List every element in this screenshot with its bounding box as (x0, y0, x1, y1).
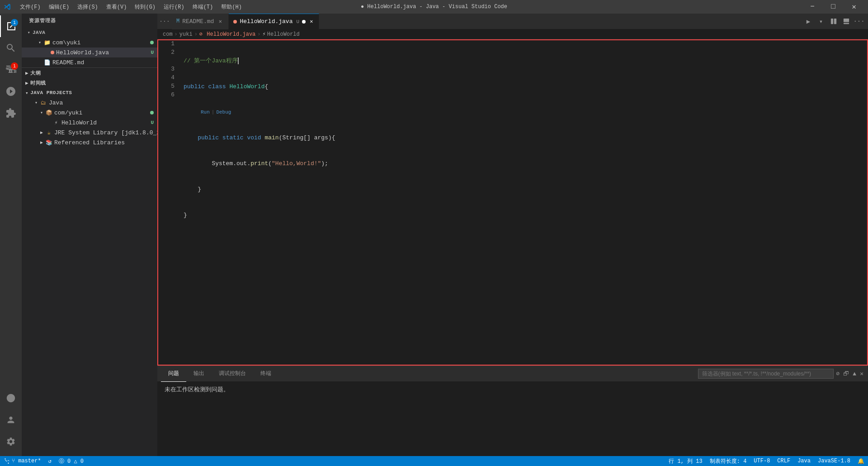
breadcrumb-class[interactable]: ⚡ HelloWorld (263, 31, 300, 38)
sidebar-item-readme[interactable]: 📄 README.md (22, 57, 157, 67)
panel-tab-debug-console[interactable]: 调试控制台 (212, 366, 253, 382)
timeline-section[interactable]: ▶ 时间线 (22, 78, 157, 88)
helloworld-tab-close[interactable]: ✕ (308, 18, 314, 25)
java-version-status[interactable]: JavaSE-1.8 (814, 456, 854, 466)
breadcrumb-yuki[interactable]: yuki (179, 31, 193, 38)
tab-modifier-indicator: U (296, 19, 299, 24)
run-dropdown[interactable]: ▾ (816, 16, 826, 27)
code-line-4: System.out.print("Hello,World!"); (184, 159, 868, 168)
class-icon: ⚡ (52, 119, 60, 126)
jre-icon: ☕ (45, 129, 52, 136)
jp-jre[interactable]: ▶ ☕ JRE System Library [jdk1.8.0_2...] (22, 128, 157, 138)
line-ending-status[interactable]: CRLF (774, 456, 794, 466)
code-editor[interactable]: // 第一个Java程序 public class HelloWorld{ Ru… (180, 39, 868, 366)
language-mode-status[interactable]: Java (794, 456, 814, 466)
panel-close-icon[interactable]: ✕ (859, 369, 864, 378)
activity-bar: 1 1 (0, 14, 22, 456)
debug-link[interactable]: Debug (216, 108, 231, 117)
hw-badge: U (151, 120, 154, 125)
code-line-5: } (184, 185, 868, 194)
menu-edit[interactable]: 编辑(E) (45, 2, 73, 12)
java-proj-icon: 🗂 (40, 99, 47, 106)
tab-unsaved-dot (302, 20, 306, 24)
jp-referenced-libraries[interactable]: ▶ 📚 Referenced Libraries (22, 138, 157, 147)
tab-helloworld[interactable]: HelloWorld.java U ✕ (229, 14, 319, 29)
menu-help[interactable]: 帮助(H) (217, 2, 245, 12)
panel-maximize-icon[interactable]: ▲ (852, 370, 857, 378)
ref-libs-icon: 📚 (45, 139, 52, 146)
folder-icon: 📁 (43, 39, 51, 46)
folder-label: com\yuki (52, 39, 80, 46)
java-projects-arrow: ▾ (25, 90, 28, 96)
timeline-label: 时间线 (30, 80, 46, 86)
line-numbers: 1 2 3 4 5 6 (157, 39, 180, 366)
filter-icon[interactable]: ⊘ (835, 369, 841, 378)
activity-run[interactable] (0, 81, 22, 102)
java-projects-section[interactable]: ▾ JAVA PROJECTS (22, 88, 157, 98)
encoding-status[interactable]: UTF-8 (750, 456, 774, 466)
menu-view[interactable]: 查看(V) (103, 2, 131, 12)
breadcrumb-class-icon: ⚡ (263, 31, 266, 38)
code-line-1: // 第一个Java程序 (184, 57, 868, 65)
jp-helloworld[interactable]: ⚡ HelloWorld U (22, 118, 157, 128)
sync-status[interactable]: ↺ (45, 456, 55, 466)
folder-arrow: ▾ (36, 40, 43, 45)
activity-settings[interactable] (0, 431, 22, 452)
errors-warnings-status[interactable]: ⓪ 0 △ 0 (55, 456, 87, 466)
tab-more-button[interactable]: ··· (157, 14, 172, 29)
java-ver-label: JavaSE-1.8 (818, 458, 850, 464)
menu-select[interactable]: 选择(S) (74, 2, 102, 12)
menu-goto[interactable]: 转到(G) (131, 2, 159, 12)
panel-tab-output[interactable]: 输出 (186, 366, 212, 382)
indentation-status[interactable]: 制表符长度: 4 (706, 456, 750, 466)
outline-section[interactable]: ▶ 大纲 (22, 68, 157, 78)
split-editor-button[interactable] (828, 16, 839, 27)
kw-class: class (208, 82, 230, 91)
activity-explorer[interactable]: 1 (0, 15, 22, 37)
explorer-tree: ▾ JAVA ▾ 📁 com\yuki HelloWorld.java U 📄 … (22, 28, 157, 456)
title-bar: 文件(F) 编辑(E) 选择(S) 查看(V) 转到(G) 运行(R) 终端(T… (0, 0, 868, 14)
sidebar-item-helloworld-java[interactable]: HelloWorld.java U (22, 48, 157, 57)
activity-extensions[interactable] (0, 102, 22, 124)
jre-label: JRE System Library [jdk1.8.0_2...] (54, 129, 157, 136)
sidebar-item-com-yuki[interactable]: ▾ 📁 com\yuki (22, 38, 157, 48)
panel-tabs: 问题 输出 调试控制台 终端 ⊘ 🗗 ▲ ✕ (157, 366, 868, 382)
git-branch-status[interactable]: ⑂ master* (0, 456, 45, 466)
minimize-button[interactable]: − (802, 0, 823, 14)
panel-filter-input[interactable] (698, 369, 834, 379)
menu-run[interactable]: 运行(R) (160, 2, 188, 12)
toggle-panel-button[interactable] (841, 16, 852, 27)
java-section-label: JAVA (33, 30, 45, 35)
java-section-header[interactable]: ▾ JAVA (22, 28, 157, 38)
close-button[interactable]: ✕ (844, 0, 864, 14)
panel-tab-problems[interactable]: 问题 (161, 366, 186, 382)
activity-remote[interactable] (0, 387, 22, 409)
menu-terminal[interactable]: 终端(T) (189, 2, 217, 12)
activity-account[interactable] (0, 409, 22, 431)
jp-com-yuki[interactable]: ▾ 📦 com/yuki (22, 108, 157, 118)
activity-source-control[interactable]: 1 (0, 59, 22, 81)
cursor-position-status[interactable]: 行 1, 列 13 (665, 456, 706, 466)
notifications-status[interactable]: 🔔 (854, 456, 868, 466)
readme-tab-close[interactable]: ✕ (217, 18, 224, 25)
run-link[interactable]: Run (201, 108, 210, 117)
menu-file[interactable]: 文件(F) (16, 2, 44, 12)
activity-search[interactable] (0, 37, 22, 59)
com-yuki-dot (150, 111, 154, 114)
file-label: HelloWorld.java (56, 49, 109, 56)
line-num-3: 3 (157, 65, 175, 73)
breadcrumb-com[interactable]: com (163, 31, 173, 38)
panel-content: 未在工作区检测到问题。 (157, 382, 868, 456)
svg-rect-0 (831, 19, 833, 24)
branch-icon (4, 458, 10, 464)
panel-minimize-icon[interactable]: 🗗 (842, 370, 850, 378)
com-yuki-arrow: ▾ (38, 110, 45, 115)
java-projects-label: JAVA PROJECTS (30, 90, 72, 95)
panel-tab-terminal[interactable]: 终端 (253, 366, 278, 382)
jp-java-folder[interactable]: ▾ 🗂 Java (22, 98, 157, 108)
run-button[interactable]: ▶ (803, 16, 814, 27)
more-actions-button[interactable]: ··· (854, 16, 864, 27)
breadcrumb-file[interactable]: ⊘ HelloWorld.java (199, 31, 255, 38)
maximize-button[interactable]: □ (823, 0, 844, 14)
tab-readme[interactable]: M README.md ✕ (172, 14, 229, 29)
